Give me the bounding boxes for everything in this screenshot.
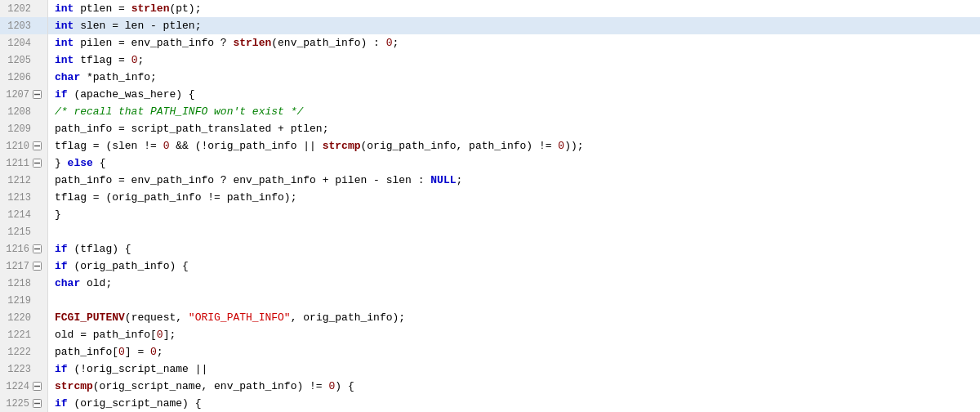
code-line-1205: int tflag = 0; xyxy=(48,52,980,69)
code-line-1221: old = path_info[0]; xyxy=(48,326,980,343)
code-line-1211: } else { xyxy=(48,154,980,172)
line-number-gutter: 1202120312041205120612071208120912101211… xyxy=(0,0,48,412)
fold-collapse-icon[interactable] xyxy=(31,261,42,272)
line-number-1218: 1218 xyxy=(0,275,47,292)
code-line-1213: tflag = (orig_path_info != path_info); xyxy=(48,189,980,206)
line-num-text: 1223 xyxy=(5,364,31,375)
line-num-text: 1213 xyxy=(5,192,31,204)
line-num-text: 1220 xyxy=(5,312,31,324)
line-number-1216: 1216 xyxy=(0,240,47,258)
code-line-1216: if (tflag) { xyxy=(48,240,980,258)
line-number-1205: 1205 xyxy=(0,52,47,69)
fold-collapse-icon[interactable] xyxy=(31,158,42,169)
line-number-1217: 1217 xyxy=(0,258,47,275)
line-number-1208: 1208 xyxy=(0,103,47,120)
fold-collapse-icon[interactable] xyxy=(31,141,42,152)
code-line-1202: int ptlen = strlen(pt); xyxy=(48,0,980,17)
code-line-1203: int slen = len - ptlen; xyxy=(48,17,980,34)
line-num-text: 1210 xyxy=(3,141,29,152)
line-num-text: 1204 xyxy=(5,38,31,49)
code-line-1222: path_info[0] = 0; xyxy=(48,343,980,360)
line-num-text: 1205 xyxy=(5,55,31,66)
line-num-text: 1211 xyxy=(3,158,29,169)
line-number-1225: 1225 xyxy=(0,395,47,412)
line-num-text: 1202 xyxy=(5,3,31,15)
line-num-text: 1215 xyxy=(5,226,31,238)
line-num-text: 1218 xyxy=(5,278,31,289)
line-number-1220: 1220 xyxy=(0,309,47,326)
code-line-1212: path_info = env_path_info ? env_path_inf… xyxy=(48,172,980,189)
line-num-text: 1206 xyxy=(5,72,31,83)
code-area[interactable]: int ptlen = strlen(pt); int slen = len -… xyxy=(48,0,980,412)
line-num-text: 1221 xyxy=(5,329,31,341)
code-line-1208: /* recall that PATH_INFO won't exist */ xyxy=(48,103,980,120)
code-line-1215 xyxy=(48,223,980,240)
code-line-1214: } xyxy=(48,206,980,223)
code-line-1206: char *path_info; xyxy=(48,69,980,86)
line-number-1206: 1206 xyxy=(0,69,47,86)
code-line-1220: FCGI_PUTENV(request, "ORIG_PATH_INFO", o… xyxy=(48,309,980,326)
line-number-1223: 1223 xyxy=(0,360,47,378)
line-number-1210: 1210 xyxy=(0,137,47,154)
line-number-1224: 1224 xyxy=(0,378,47,395)
line-number-1202: 1202 xyxy=(0,0,47,17)
line-num-text: 1224 xyxy=(3,381,29,392)
line-num-text: 1209 xyxy=(5,123,31,135)
line-number-1215: 1215 xyxy=(0,223,47,240)
line-num-text: 1217 xyxy=(3,261,29,272)
code-line-1210: tflag = (slen != 0 && (!orig_path_info |… xyxy=(48,137,980,154)
code-line-1223: if (!orig_script_name || xyxy=(48,360,980,378)
line-number-1219: 1219 xyxy=(0,292,47,309)
code-line-1225: if (orig_script_name) { xyxy=(48,395,980,412)
line-number-1203: 1203 xyxy=(0,17,47,34)
code-line-1219 xyxy=(48,292,980,309)
line-num-text: 1225 xyxy=(3,398,29,410)
line-number-1204: 1204 xyxy=(0,34,47,52)
line-num-text: 1207 xyxy=(3,89,29,101)
line-num-text: 1219 xyxy=(5,295,31,307)
line-number-1209: 1209 xyxy=(0,120,47,137)
code-line-1207: if (apache_was_here) { xyxy=(48,86,980,103)
line-number-1214: 1214 xyxy=(0,206,47,223)
line-number-1222: 1222 xyxy=(0,343,47,360)
line-num-text: 1222 xyxy=(5,347,31,358)
line-number-1207: 1207 xyxy=(0,86,47,103)
code-line-1209: path_info = script_path_translated + ptl… xyxy=(48,120,980,137)
line-number-1211: 1211 xyxy=(0,154,47,172)
line-number-1221: 1221 xyxy=(0,326,47,343)
line-num-text: 1216 xyxy=(3,244,29,255)
line-num-text: 1214 xyxy=(5,209,31,221)
fold-collapse-icon[interactable] xyxy=(31,381,42,392)
line-num-text: 1203 xyxy=(5,20,31,32)
line-number-1213: 1213 xyxy=(0,189,47,206)
code-editor: 1202120312041205120612071208120912101211… xyxy=(0,0,980,412)
code-line-1218: char old; xyxy=(48,275,980,292)
fold-collapse-icon[interactable] xyxy=(31,398,42,410)
code-line-1204: int pilen = env_path_info ? strlen(env_p… xyxy=(48,34,980,52)
code-line-1224: strcmp(orig_script_name, env_path_info) … xyxy=(48,378,980,395)
line-num-text: 1212 xyxy=(5,175,31,186)
line-num-text: 1208 xyxy=(5,106,31,118)
code-line-1217: if (orig_path_info) { xyxy=(48,258,980,275)
fold-collapse-icon[interactable] xyxy=(31,89,42,101)
fold-collapse-icon[interactable] xyxy=(31,244,42,255)
line-number-1212: 1212 xyxy=(0,172,47,189)
